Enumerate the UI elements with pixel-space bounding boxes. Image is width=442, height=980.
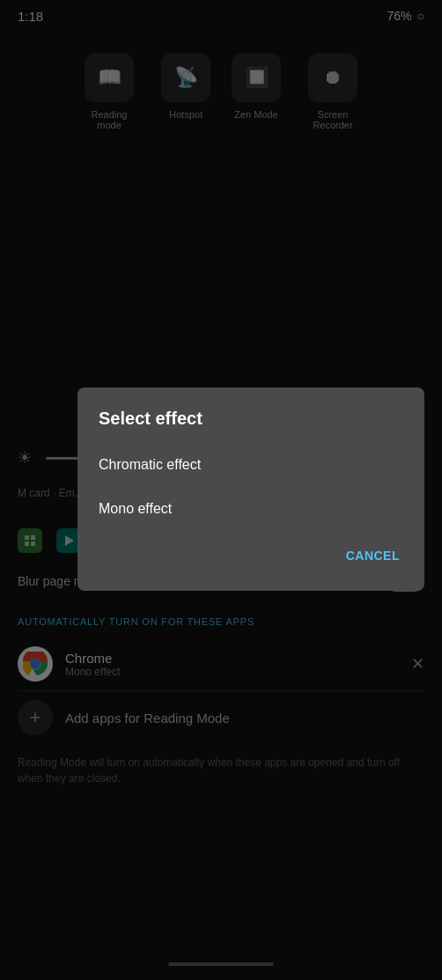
mono-effect-option[interactable]: Mono effect: [77, 487, 424, 531]
cancel-button[interactable]: CANCEL: [335, 542, 410, 570]
dialog-title: Select effect: [77, 409, 424, 443]
dialog-actions: CANCEL: [77, 534, 424, 577]
chromatic-effect-option[interactable]: Chromatic effect: [77, 443, 424, 487]
select-effect-dialog: Select effect Chromatic effect Mono effe…: [77, 387, 424, 591]
